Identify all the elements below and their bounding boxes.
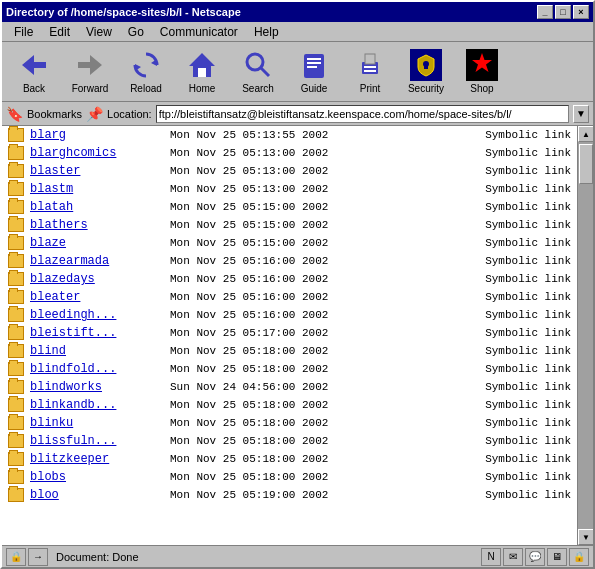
folder-icon	[8, 362, 24, 376]
directory-type: Symbolic link	[485, 309, 571, 321]
table-row[interactable]: blissfuln... Mon Nov 25 05:18:00 2002 Sy…	[2, 432, 577, 450]
directory-type: Symbolic link	[485, 129, 571, 141]
table-row[interactable]: blindfold... Mon Nov 25 05:18:00 2002 Sy…	[2, 360, 577, 378]
scroll-up-button[interactable]: ▲	[578, 126, 593, 142]
shop-button[interactable]: Shop	[456, 46, 508, 98]
directory-type: Symbolic link	[485, 363, 571, 375]
directory-link[interactable]: blitzkeeper	[30, 452, 170, 466]
guide-button[interactable]: Guide	[288, 46, 340, 98]
directory-link[interactable]: bleater	[30, 290, 170, 304]
directory-type: Symbolic link	[485, 201, 571, 213]
back-button[interactable]: Back	[8, 46, 60, 98]
table-row[interactable]: blobs Mon Nov 25 05:18:00 2002 Symbolic …	[2, 468, 577, 486]
directory-link[interactable]: blindworks	[30, 380, 170, 394]
directory-link[interactable]: blaster	[30, 164, 170, 178]
svg-rect-9	[307, 58, 321, 60]
directory-link[interactable]: bloo	[30, 488, 170, 502]
scroll-track[interactable]	[578, 142, 593, 529]
menu-help[interactable]: Help	[246, 23, 287, 41]
directory-link[interactable]: blastm	[30, 182, 170, 196]
table-row[interactable]: bloo Mon Nov 25 05:19:00 2002 Symbolic l…	[2, 486, 577, 504]
menu-edit[interactable]: Edit	[41, 23, 78, 41]
directory-date: Mon Nov 25 05:15:00 2002	[170, 201, 485, 213]
svg-point-6	[247, 54, 263, 70]
directory-link[interactable]: blissfuln...	[30, 434, 170, 448]
menu-communicator[interactable]: Communicator	[152, 23, 246, 41]
directory-date: Mon Nov 25 05:18:00 2002	[170, 417, 485, 429]
folder-icon	[8, 182, 24, 196]
guide-icon	[298, 49, 330, 81]
table-row[interactable]: blastm Mon Nov 25 05:13:00 2002 Symbolic…	[2, 180, 577, 198]
directory-link[interactable]: bleistift...	[30, 326, 170, 340]
table-row[interactable]: blatah Mon Nov 25 05:15:00 2002 Symbolic…	[2, 198, 577, 216]
folder-icon	[8, 146, 24, 160]
directory-link[interactable]: blindfold...	[30, 362, 170, 376]
directory-link[interactable]: blazedays	[30, 272, 170, 286]
home-button[interactable]: Home	[176, 46, 228, 98]
directory-link[interactable]: blathers	[30, 218, 170, 232]
security-label: Security	[408, 83, 444, 94]
forward-button[interactable]: Forward	[64, 46, 116, 98]
security-icon	[410, 49, 442, 81]
directory-date: Mon Nov 25 05:13:00 2002	[170, 183, 485, 195]
directory-type: Symbolic link	[485, 237, 571, 249]
table-row[interactable]: blinku Mon Nov 25 05:18:00 2002 Symbolic…	[2, 414, 577, 432]
maximize-button[interactable]: □	[555, 5, 571, 19]
table-row[interactable]: blitzkeeper Mon Nov 25 05:18:00 2002 Sym…	[2, 450, 577, 468]
directory-link[interactable]: blobs	[30, 470, 170, 484]
back-label: Back	[23, 83, 45, 94]
directory-link[interactable]: blind	[30, 344, 170, 358]
scroll-thumb[interactable]	[579, 144, 593, 184]
home-icon	[186, 49, 218, 81]
table-row[interactable]: blind Mon Nov 25 05:18:00 2002 Symbolic …	[2, 342, 577, 360]
table-row[interactable]: blazearmada Mon Nov 25 05:16:00 2002 Sym…	[2, 252, 577, 270]
print-button[interactable]: Print	[344, 46, 396, 98]
status-component-1: N	[481, 548, 501, 566]
svg-rect-11	[307, 66, 317, 68]
table-row[interactable]: bleistift... Mon Nov 25 05:17:00 2002 Sy…	[2, 324, 577, 342]
toolbar: Back Forward Reload	[2, 42, 593, 102]
table-row[interactable]: blarg Mon Nov 25 05:13:55 2002 Symbolic …	[2, 126, 577, 144]
menu-view[interactable]: View	[78, 23, 120, 41]
reload-button[interactable]: Reload	[120, 46, 172, 98]
directory-link[interactable]: blaze	[30, 236, 170, 250]
forward-icon	[74, 49, 106, 81]
directory-date: Mon Nov 25 05:16:00 2002	[170, 291, 485, 303]
table-row[interactable]: blindworks Sun Nov 24 04:56:00 2002 Symb…	[2, 378, 577, 396]
svg-rect-5	[198, 68, 206, 77]
search-button[interactable]: Search	[232, 46, 284, 98]
svg-marker-2	[151, 59, 157, 66]
location-go-button[interactable]: ▼	[573, 105, 589, 123]
menu-file[interactable]: File	[6, 23, 41, 41]
directory-link[interactable]: bleedingh...	[30, 308, 170, 322]
security-button[interactable]: Security	[400, 46, 452, 98]
menu-go[interactable]: Go	[120, 23, 152, 41]
scroll-down-button[interactable]: ▼	[578, 529, 593, 545]
close-button[interactable]: ×	[573, 5, 589, 19]
folder-icon	[8, 344, 24, 358]
directory-date: Mon Nov 25 05:19:00 2002	[170, 489, 485, 501]
directory-link[interactable]: blarghcomics	[30, 146, 170, 160]
table-row[interactable]: bleedingh... Mon Nov 25 05:16:00 2002 Sy…	[2, 306, 577, 324]
directory-link[interactable]: blinku	[30, 416, 170, 430]
location-input[interactable]	[156, 105, 569, 123]
table-row[interactable]: blazedays Mon Nov 25 05:16:00 2002 Symbo…	[2, 270, 577, 288]
table-row[interactable]: blinkandb... Mon Nov 25 05:18:00 2002 Sy…	[2, 396, 577, 414]
directory-link[interactable]: blarg	[30, 128, 170, 142]
directory-link[interactable]: blatah	[30, 200, 170, 214]
directory-date: Mon Nov 25 05:16:00 2002	[170, 273, 485, 285]
table-row[interactable]: bleater Mon Nov 25 05:16:00 2002 Symboli…	[2, 288, 577, 306]
table-row[interactable]: blaze Mon Nov 25 05:15:00 2002 Symbolic …	[2, 234, 577, 252]
table-row[interactable]: blaster Mon Nov 25 05:13:00 2002 Symboli…	[2, 162, 577, 180]
shop-icon	[466, 49, 498, 81]
directory-listing: blarg Mon Nov 25 05:13:55 2002 Symbolic …	[2, 126, 577, 545]
directory-link[interactable]: blazearmada	[30, 254, 170, 268]
folder-icon	[8, 128, 24, 142]
menu-bar: File Edit View Go Communicator Help	[2, 22, 593, 42]
table-row[interactable]: blarghcomics Mon Nov 25 05:13:00 2002 Sy…	[2, 144, 577, 162]
vertical-scrollbar[interactable]: ▲ ▼	[577, 126, 593, 545]
minimize-button[interactable]: _	[537, 5, 553, 19]
table-row[interactable]: blathers Mon Nov 25 05:15:00 2002 Symbol…	[2, 216, 577, 234]
svg-rect-18	[424, 64, 428, 69]
directory-link[interactable]: blinkandb...	[30, 398, 170, 412]
